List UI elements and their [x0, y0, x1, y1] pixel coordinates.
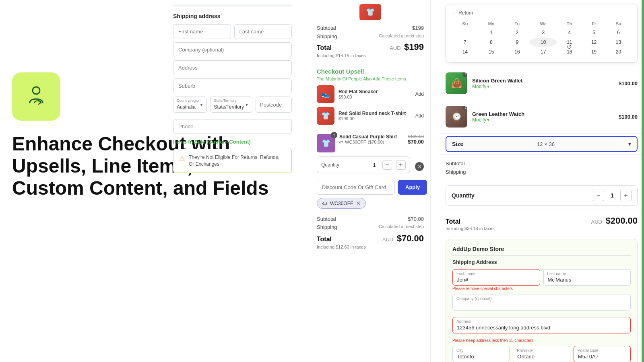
quantity-label: Quantity [321, 162, 366, 168]
suburb-input[interactable] [173, 78, 292, 93]
addup-first-name-error: Please remove special characters [452, 286, 540, 291]
calendar-grid: Su Mo Tu We Th Fr Sa 1 2 3 4 5 6 [452, 20, 631, 57]
coupon-code-text: WC30OFF [330, 201, 353, 206]
name-row [173, 24, 292, 39]
address-input[interactable] [173, 60, 292, 75]
product-name-1: Green Leather Watch [472, 111, 614, 117]
cal-day-mo: Mo [478, 20, 505, 28]
calendar-box: ← Return Su Mo Tu We Th Fr Sa 1 2 [446, 4, 638, 63]
right-grand-row: Total AUD $200.00 [446, 216, 638, 226]
cal-cell [452, 28, 478, 37]
coupon-tag: 🏷 WC30OFF ✕ [317, 198, 366, 209]
right-shipping-label: Shipping [446, 169, 466, 175]
upsell-name-1: Red Solid Round neck T-shirt [339, 111, 411, 116]
cart-total-label: Total [317, 236, 332, 243]
warning-text: They're Not Eligible For Returns, Refund… [189, 154, 286, 168]
cal-cell[interactable]: 6 [606, 28, 631, 37]
addup-address-error: Please Keep address less then 35 charact… [452, 338, 631, 343]
upsell-item-0: 👟 Red Flat Sneaker $99.00 Add [317, 85, 424, 103]
cal-cell[interactable]: 19 [582, 47, 606, 57]
modify-button-1[interactable]: Modify ▾ [472, 117, 614, 123]
right-grand-amt: $200.00 [605, 216, 638, 226]
first-name-input[interactable] [173, 24, 231, 39]
company-input[interactable] [173, 42, 292, 57]
upsell-thumb-0: 👟 [317, 85, 334, 103]
cal-cell[interactable]: 4 [557, 28, 582, 37]
cart-shipping-label: Shipping [317, 224, 337, 230]
right-qty-increase[interactable]: + [620, 190, 632, 201]
addup-province-label: Province [517, 348, 533, 353]
upsell-title: Checkout Upsell [317, 68, 424, 75]
cal-cell[interactable]: 15 [478, 47, 505, 57]
remove-item-button[interactable]: ✕ [415, 162, 424, 171]
cal-cell[interactable]: 17 [529, 47, 557, 57]
cal-cell[interactable]: 1 [478, 28, 505, 37]
country-select-wrap[interactable]: Country/region Australia ▼ [173, 97, 207, 113]
cal-cell[interactable]: 14 [452, 47, 478, 57]
calendar-back[interactable]: ← Return [452, 10, 473, 16]
green-accent-bar [642, 0, 644, 362]
cart-discount-info: 🏷 WC30OFF ($70.00) [339, 140, 404, 144]
modify-button-0[interactable]: Modify ▾ [472, 84, 614, 89]
tax-info: Including $18.18 in taxes [317, 53, 424, 58]
product-price-1: $100.00 [619, 114, 638, 120]
quantity-box: Quantity 1 − + [317, 156, 410, 173]
addup-city-label: City [456, 348, 463, 353]
remove-coupon-button[interactable]: ✕ [356, 200, 361, 206]
cal-cell[interactable]: 12 [582, 37, 606, 47]
calendar-week-2: 7 8 9 10 11↺ 12 13 [452, 37, 631, 47]
cal-cell[interactable]: 2 [505, 28, 530, 37]
phone-input[interactable] [173, 119, 292, 134]
cart-shipping-value: Calculated at next step [379, 224, 424, 230]
discount-row: Apply [317, 180, 424, 195]
discount-code-input[interactable] [317, 180, 395, 195]
right-qty-decrease[interactable]: − [593, 190, 604, 201]
last-name-input[interactable] [234, 24, 292, 39]
calendar-week-1: 1 2 3 4 5 6 [452, 28, 631, 37]
postcode-input[interactable] [256, 97, 292, 113]
state-select-wrap[interactable]: State/Territory State/Territory ▼ [210, 97, 252, 113]
cal-cell[interactable]: 13 [606, 37, 631, 47]
shipping-title: Shipping address [173, 13, 292, 19]
location-row: Country/region Australia ▼ State/Territo… [173, 97, 292, 113]
cart-item: 👕 1 Solid Casual Purple Shirt 🏷 WC30OFF … [317, 134, 424, 152]
apply-button[interactable]: Apply [398, 180, 427, 195]
upsell-info-1: Red Solid Round neck T-shirt $199.00 [339, 111, 411, 121]
upsell-add-0[interactable]: Add [415, 91, 424, 97]
quantity-increase[interactable]: + [396, 160, 406, 170]
addup-address-input[interactable] [452, 317, 631, 333]
cal-day-sa: Sa [606, 20, 631, 28]
cal-cell[interactable]: 5 [582, 28, 606, 37]
state-arrow-icon: ▼ [245, 103, 249, 107]
cal-cell[interactable]: 8 [478, 37, 505, 47]
cal-day-su: Su [452, 20, 478, 28]
cal-cell[interactable]: 3 [529, 28, 557, 37]
addup-city-wrap: City [452, 346, 510, 362]
quantity-decrease[interactable]: − [382, 160, 392, 170]
order-summary: Subtotal $199 Shipping Calculated at nex… [317, 25, 424, 63]
right-quantity-box: Quantity − 1 + [446, 185, 638, 206]
right-quantity-label: Quantity [452, 192, 475, 199]
product-thumb-1: ⌚ 1 [446, 106, 467, 128]
total-row: Total AUD $199 [317, 42, 424, 52]
size-dropdown-value: 12 × 36 [537, 141, 555, 147]
product-info-0: Silicon Green Wallet Modify ▾ [472, 78, 614, 89]
upsell-add-1[interactable]: Add [415, 113, 424, 119]
cal-cell[interactable]: 20 [606, 47, 631, 57]
upsell-subtitle: The Majority Of People Also Add These It… [317, 76, 424, 81]
cal-cell[interactable]: 9 [505, 37, 530, 47]
cal-cell[interactable]: 11↺ [557, 37, 582, 47]
size-dropdown[interactable]: Size 12 × 36 ▾ [446, 136, 638, 152]
cal-today-cell[interactable]: 10 [529, 37, 557, 47]
cart-prices: $100.00 $70.00 [408, 134, 424, 145]
country-value: Australia [177, 104, 198, 110]
cal-cell[interactable]: 16 [505, 47, 530, 57]
cart-subtotal-row: Subtotal $70.00 [317, 216, 424, 222]
cart-original-price: $100.00 [408, 134, 424, 139]
addup-first-name-wrap: First name Please remove special charact… [452, 269, 540, 291]
product-thumb-0: 👜 1 [446, 72, 467, 94]
warning-icon: ⚠ [179, 154, 185, 162]
shipping-row: Shipping Calculated at next step [317, 33, 424, 39]
subtotal-value: $199 [412, 25, 424, 31]
cal-cell[interactable]: 7 [452, 37, 478, 47]
